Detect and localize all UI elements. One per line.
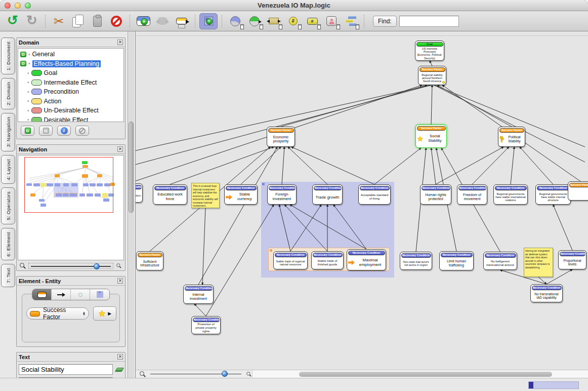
state-report-button[interactable]: [226, 13, 244, 29]
edit-pencil-icon[interactable]: [115, 368, 124, 372]
domain-item-un-desirable-effect[interactable]: •Un-Desirable Effect: [20, 106, 123, 115]
new-junction-button[interactable]: [173, 13, 191, 29]
redo-button[interactable]: ↺: [23, 13, 41, 29]
domain-disable-button[interactable]: [75, 126, 89, 136]
nc-trade-growth[interactable]: Necessary ConditionTrade growth: [312, 184, 343, 205]
element-name-input[interactable]: [19, 364, 113, 375]
domain-item-effects-based-planning[interactable]: D•Effects-Based Planning: [20, 59, 123, 69]
paste-button[interactable]: [88, 13, 106, 29]
domain-item-label: Action: [44, 98, 62, 105]
sf-economic-prosperity[interactable]: Success FactorEconomic prosperity: [267, 127, 295, 147]
element-panel: Element - Entity ✕ Success Factor: [16, 276, 125, 347]
nc-bad-actors[interactable]: Necessary ConditionNon-state bad actors …: [400, 252, 432, 270]
canvas-zoom-slider[interactable]: [148, 371, 243, 377]
decoration-button[interactable]: ★ ▶: [93, 306, 116, 321]
sf-political-stability[interactable]: Success Factor?Political Stability: [498, 127, 525, 147]
sidebar-tab-navigation[interactable]: 3: Navigation: [1, 113, 15, 151]
nc-freedom-movement[interactable]: Necessary ConditionFreedom of movement: [457, 184, 487, 205]
minimap-zoom-thumb[interactable]: [94, 263, 100, 269]
domain-doc-icon: D: [20, 61, 26, 66]
nc-property-rights[interactable]: Necessary ConditionProtection of private…: [191, 316, 221, 334]
domain-info-button[interactable]: i: [57, 126, 71, 136]
undo-button[interactable]: ↺: [4, 13, 22, 29]
find-input[interactable]: [399, 16, 459, 27]
domain-item-general[interactable]: D•General: [20, 50, 123, 59]
star-icon: ★: [417, 135, 424, 143]
close-icon[interactable]: ✕: [117, 278, 123, 284]
nc-maximal-employment[interactable]: Necessary ConditionMaximal employment: [347, 249, 386, 270]
zoom-in-icon[interactable]: [116, 263, 121, 268]
domain-list: D•GeneralD•Effects-Based Planning•Goal•I…: [18, 48, 124, 122]
sf-sufficient-infrastructure[interactable]: Success FactorSufficient infrastructure: [136, 251, 163, 270]
entity-report-button[interactable]: [322, 13, 341, 29]
zoom-out-icon[interactable]: [140, 371, 146, 377]
sidebar-tab-text[interactable]: 7: Text: [1, 264, 15, 287]
nc-belligerent[interactable]: Necessary ConditionNo belligerent transn…: [483, 252, 517, 270]
tab-entity[interactable]: [32, 289, 52, 300]
hierarchy-report-button[interactable]: [342, 13, 360, 29]
entity-type-dropdown[interactable]: Success Factor ▲▼: [26, 307, 89, 320]
action-report-button[interactable]: [265, 13, 283, 29]
sidebar-tab-operators[interactable]: 5: Operators: [1, 187, 15, 224]
duplicate-domain-button[interactable]: D: [39, 126, 53, 136]
tag-report-button[interactable]: #: [284, 13, 302, 29]
block-button[interactable]: [107, 13, 125, 29]
sidebar-scrollbar[interactable]: [128, 31, 134, 378]
tag-box-report-button[interactable]: #: [303, 13, 321, 29]
zoom-out-icon[interactable]: [20, 263, 26, 269]
close-icon[interactable]: ✕: [117, 40, 123, 45]
transition-report-button[interactable]: [245, 13, 264, 29]
domain-buttons: D D i: [17, 123, 125, 139]
note-causal-loop[interactable]: This is a causal loop: Internal investme…: [191, 183, 220, 208]
new-entity-button[interactable]: [134, 13, 152, 29]
node-body: Stable currency: [225, 190, 257, 205]
sidebar-tab-document[interactable]: 1: Document: [1, 37, 15, 74]
nc-human-trafficking[interactable]: Necessary ConditionLimit human trafficki…: [439, 251, 474, 270]
nc-stable-currency[interactable]: Necessary ConditionStable currency: [224, 184, 258, 205]
nc-internal-investment[interactable]: Necessary ConditionInternal investment: [183, 285, 214, 304]
minimap-zoom-slider[interactable]: [28, 263, 113, 269]
map-canvas[interactable]: GoalUS Interests Promoted (Economic, Pol…: [136, 31, 588, 370]
domain-item-action[interactable]: •Action: [20, 97, 123, 106]
zoom-in-icon[interactable]: [246, 372, 251, 377]
nc-human-rights[interactable]: Necessary ConditionHuman rights protecte…: [420, 184, 451, 205]
sidebar-scrollbar-thumb[interactable]: [129, 122, 134, 213]
new-region-button[interactable]: [199, 13, 218, 29]
tab-relation[interactable]: [52, 289, 71, 300]
copy-button[interactable]: [69, 13, 87, 29]
sidebar-tab-domain[interactable]: 2: Domain: [1, 78, 15, 109]
goal-us-interests[interactable]: GoalUS Interests Promoted (Economic, Pol…: [415, 41, 444, 61]
nc-proportional-levels[interactable]: Necessary ConditionProportional levels: [558, 250, 586, 269]
nc-clipped-left[interactable]: Necessary Conditionnted to ation: [136, 183, 143, 203]
nc-finished-goods[interactable]: Necessary ConditionStable trade of finis…: [311, 251, 344, 269]
tab-region[interactable]: [90, 289, 109, 300]
sf-social-stability[interactable]: Success Factor★Social Stability: [415, 125, 447, 148]
minimap[interactable]: [18, 155, 124, 260]
horizontal-scrollbar-thumb[interactable]: [299, 372, 552, 377]
nc-no-transnational-iad[interactable]: Necessary ConditionNo transnational IAD …: [530, 284, 563, 302]
nc-acceptable-standard[interactable]: Necessary ConditionAcceptable standard o…: [358, 184, 391, 205]
note-air-defense[interactable]: Having an integrated air defense system …: [524, 248, 553, 277]
sidebar-tab-layout[interactable]: 4: Layout: [1, 155, 15, 184]
nc-stable-internal-structure[interactable]: Necessary ConditionRegional governments …: [535, 184, 571, 205]
minimap-viewport-rect[interactable]: [24, 157, 113, 213]
new-relation-button[interactable]: [153, 13, 172, 29]
sf-clipped-right[interactable]: Success Factor: [568, 181, 588, 201]
nc-natural-resources[interactable]: Necessary ConditionStable trade of regio…: [273, 251, 308, 269]
domain-item-intermediate-effect[interactable]: •Intermediate Effect: [20, 78, 123, 88]
close-icon[interactable]: ✕: [117, 354, 123, 360]
sidebar-tab-element[interactable]: 6: Element: [1, 228, 15, 260]
close-icon[interactable]: ✕: [117, 146, 123, 152]
nc-foreign-investment[interactable]: Necessary ConditionForeign investment: [267, 184, 297, 205]
canvas-zoom-thumb[interactable]: [222, 371, 228, 377]
sf-regional-stability[interactable]: Success FactorRegional stability around …: [418, 66, 446, 85]
cut-button[interactable]: ✂: [50, 13, 68, 29]
nc-educated-work-force[interactable]: Necessary ConditionEducated work force: [153, 184, 187, 205]
nc-stable-intl-relations[interactable]: Necessary ConditionRegional governments …: [493, 184, 528, 205]
domain-item-precondition[interactable]: •Precondition: [20, 87, 123, 97]
domain-item-desirable-effect[interactable]: •Desirable Effect: [20, 115, 123, 123]
domain-item-goal[interactable]: •Goal: [20, 68, 123, 78]
horizontal-scrollbar[interactable]: [252, 370, 588, 378]
add-domain-button[interactable]: D: [21, 126, 34, 136]
tab-junction[interactable]: [71, 289, 90, 300]
